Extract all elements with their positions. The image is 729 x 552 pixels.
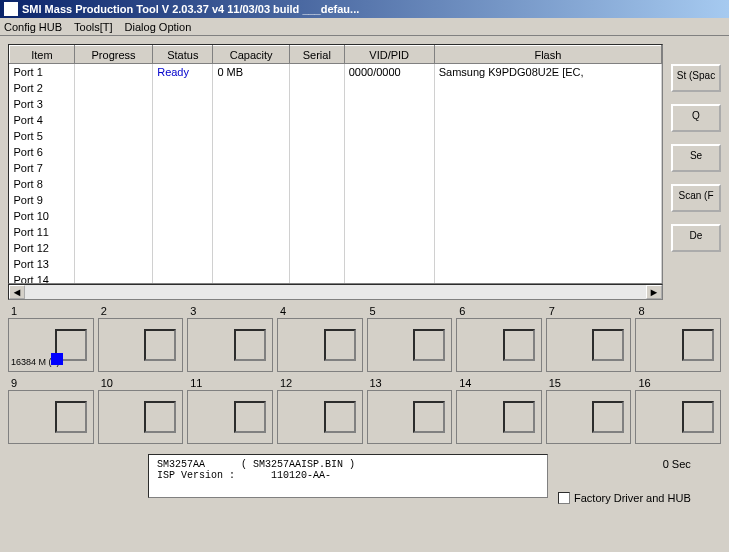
cell-progress bbox=[74, 272, 152, 285]
cell-serial bbox=[289, 112, 344, 128]
cell-flash bbox=[434, 192, 661, 208]
settings-button[interactable]: Se bbox=[671, 144, 721, 172]
cell-vidpid bbox=[344, 128, 434, 144]
cell-progress bbox=[74, 208, 152, 224]
col-status[interactable]: Status bbox=[153, 46, 213, 64]
cell-serial bbox=[289, 160, 344, 176]
cell-progress bbox=[74, 144, 152, 160]
table-row[interactable]: Port 12 bbox=[10, 240, 662, 256]
port-slot-12[interactable]: 12 bbox=[277, 390, 363, 444]
cell-vidpid bbox=[344, 144, 434, 160]
cell-item: Port 1 bbox=[10, 64, 75, 80]
table-row[interactable]: Port 8 bbox=[10, 176, 662, 192]
table-row[interactable]: Port 2 bbox=[10, 80, 662, 96]
cell-status: Ready bbox=[153, 64, 213, 80]
cell-serial bbox=[289, 144, 344, 160]
table-row[interactable]: Port 5 bbox=[10, 128, 662, 144]
factory-checkbox[interactable] bbox=[558, 492, 570, 504]
port-slot-2[interactable]: 2 bbox=[98, 318, 184, 372]
cell-flash bbox=[434, 160, 661, 176]
cell-capacity bbox=[213, 224, 289, 240]
cell-serial bbox=[289, 208, 344, 224]
port-number: 15 bbox=[549, 377, 561, 389]
port-slot-13[interactable]: 13 bbox=[367, 390, 453, 444]
port-slot-6[interactable]: 6 bbox=[456, 318, 542, 372]
menu-config[interactable]: Config HUB bbox=[4, 21, 62, 33]
cell-progress bbox=[74, 96, 152, 112]
port-slot-16[interactable]: 16 bbox=[635, 390, 721, 444]
table-row[interactable]: Port 1Ready0 MB0000/0000Samsung K9PDG08U… bbox=[10, 64, 662, 80]
port-slot-10[interactable]: 10 bbox=[98, 390, 184, 444]
col-vid/pid[interactable]: VID/PID bbox=[344, 46, 434, 64]
port-number: 9 bbox=[11, 377, 17, 389]
table-row[interactable]: Port 3 bbox=[10, 96, 662, 112]
cell-vidpid bbox=[344, 192, 434, 208]
de-button[interactable]: De bbox=[671, 224, 721, 252]
cell-serial bbox=[289, 240, 344, 256]
port-slot-11[interactable]: 11 bbox=[187, 390, 273, 444]
scroll-track[interactable] bbox=[25, 285, 646, 299]
cell-vidpid bbox=[344, 240, 434, 256]
port-slot-1[interactable]: 116384 M (0) bbox=[8, 318, 94, 372]
scan-button[interactable]: Scan (F bbox=[671, 184, 721, 212]
cell-flash bbox=[434, 96, 661, 112]
table-row[interactable]: Port 10 bbox=[10, 208, 662, 224]
cell-flash bbox=[434, 256, 661, 272]
start-button[interactable]: St (Spac bbox=[671, 64, 721, 92]
cell-flash bbox=[434, 272, 661, 285]
table-row[interactable]: Port 14 bbox=[10, 272, 662, 285]
cell-capacity bbox=[213, 272, 289, 285]
scroll-left-icon[interactable]: ◄ bbox=[9, 285, 25, 299]
col-serial[interactable]: Serial bbox=[289, 46, 344, 64]
port-box bbox=[324, 329, 356, 361]
port-table: ItemProgressStatusCapacitySerialVID/PIDF… bbox=[8, 44, 663, 284]
port-indicator bbox=[51, 353, 63, 365]
cell-status bbox=[153, 192, 213, 208]
port-number: 8 bbox=[638, 305, 644, 317]
cell-vidpid bbox=[344, 80, 434, 96]
cell-progress bbox=[74, 112, 152, 128]
cell-status bbox=[153, 128, 213, 144]
table-row[interactable]: Port 9 bbox=[10, 192, 662, 208]
cell-flash bbox=[434, 80, 661, 96]
cell-capacity bbox=[213, 160, 289, 176]
port-box bbox=[592, 401, 624, 433]
titlebar: SMI Mass Production Tool V 2.03.37 v4 11… bbox=[0, 0, 729, 18]
port-slot-8[interactable]: 8 bbox=[635, 318, 721, 372]
cell-status bbox=[153, 160, 213, 176]
cell-vidpid bbox=[344, 256, 434, 272]
port-slot-7[interactable]: 7 bbox=[546, 318, 632, 372]
port-slot-5[interactable]: 5 bbox=[367, 318, 453, 372]
port-box bbox=[503, 401, 535, 433]
port-box bbox=[324, 401, 356, 433]
col-capacity[interactable]: Capacity bbox=[213, 46, 289, 64]
cell-progress bbox=[74, 64, 152, 80]
h-scrollbar[interactable]: ◄ ► bbox=[8, 284, 663, 300]
port-slot-14[interactable]: 14 bbox=[456, 390, 542, 444]
col-flash[interactable]: Flash bbox=[434, 46, 661, 64]
table-row[interactable]: Port 4 bbox=[10, 112, 662, 128]
port-slot-9[interactable]: 9 bbox=[8, 390, 94, 444]
cell-item: Port 2 bbox=[10, 80, 75, 96]
port-slot-15[interactable]: 15 bbox=[546, 390, 632, 444]
table-row[interactable]: Port 11 bbox=[10, 224, 662, 240]
cell-status bbox=[153, 144, 213, 160]
port-slot-3[interactable]: 3 bbox=[187, 318, 273, 372]
table-row[interactable]: Port 6 bbox=[10, 144, 662, 160]
cell-vidpid: 0000/0000 bbox=[344, 64, 434, 80]
cell-progress bbox=[74, 80, 152, 96]
cell-item: Port 10 bbox=[10, 208, 75, 224]
port-box bbox=[592, 329, 624, 361]
cell-progress bbox=[74, 192, 152, 208]
menu-tools[interactable]: Tools[T] bbox=[74, 21, 113, 33]
table-row[interactable]: Port 7 bbox=[10, 160, 662, 176]
port-slot-4[interactable]: 4 bbox=[277, 318, 363, 372]
col-progress[interactable]: Progress bbox=[74, 46, 152, 64]
cell-status bbox=[153, 96, 213, 112]
scroll-right-icon[interactable]: ► bbox=[646, 285, 662, 299]
col-item[interactable]: Item bbox=[10, 46, 75, 64]
port-number: 12 bbox=[280, 377, 292, 389]
menu-dialog[interactable]: Dialog Option bbox=[125, 21, 192, 33]
table-row[interactable]: Port 13 bbox=[10, 256, 662, 272]
q-button[interactable]: Q bbox=[671, 104, 721, 132]
